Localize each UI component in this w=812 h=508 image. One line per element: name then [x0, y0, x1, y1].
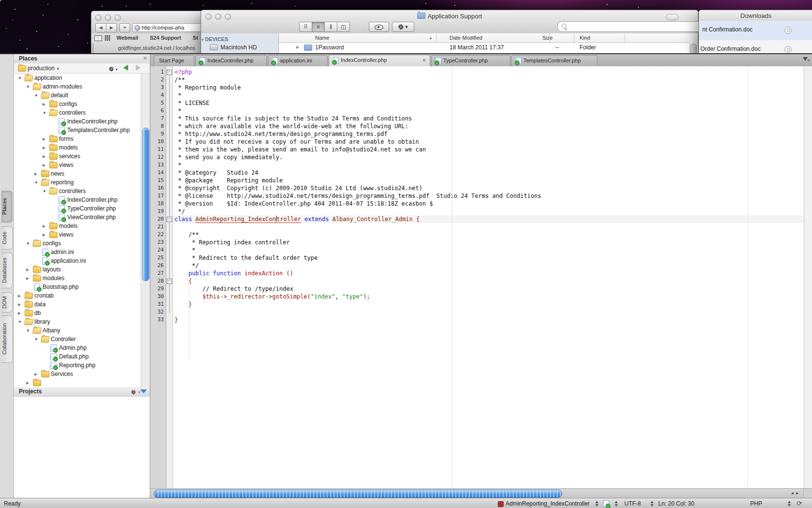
back-button[interactable]: ◀ — [95, 23, 106, 32]
toolbar-toggle-pill[interactable] — [666, 14, 679, 20]
stepper-icon[interactable] — [788, 501, 791, 507]
column-divider[interactable] — [550, 33, 550, 43]
code-line[interactable]: $this->_redirector->gotoSimple("index", … — [173, 293, 804, 300]
filter-funnel-icon[interactable] — [140, 389, 147, 393]
tree-item-default-php[interactable]: Default.php — [14, 352, 141, 361]
column-header-size[interactable]: Size — [542, 35, 552, 41]
disclosure-triangle[interactable]: ▶ — [26, 276, 29, 281]
editor-tab-indexcontroller-php[interactable]: IndexController.php✕ — [329, 55, 430, 66]
tree-item-admin-modules[interactable]: ▼admin-modules — [14, 82, 141, 91]
tree-item-controller[interactable]: ▼Controller — [14, 335, 141, 344]
column-divider[interactable] — [624, 33, 625, 43]
forward-arrow-icon[interactable] — [136, 65, 141, 71]
tree-item-application-ini[interactable]: application.ini — [14, 256, 141, 265]
tree-item-services[interactable]: ▶Services — [14, 370, 141, 378]
projects-gear-menu[interactable] — [131, 388, 136, 395]
projects-panel-body[interactable] — [14, 396, 150, 498]
fold-toggle[interactable]: − — [167, 217, 172, 222]
sync-icon[interactable]: ⟳ — [797, 499, 802, 507]
disclosure-triangle[interactable]: ▶ — [296, 45, 299, 49]
scrollbar-thumb[interactable] — [142, 128, 149, 281]
tree-item-views[interactable]: ▶views — [14, 230, 141, 239]
code-line[interactable]: { — [173, 277, 804, 285]
disclosure-triangle[interactable]: ▶ — [43, 137, 45, 141]
disclosure-triangle[interactable]: ▶ — [26, 268, 29, 272]
list-view-button[interactable]: ≡ — [312, 22, 325, 32]
download-item[interactable]: nt Confirmation.doc — [699, 21, 812, 40]
disclosure-triangle[interactable]: ▼ — [43, 111, 46, 115]
downloads-titlebar[interactable]: Downloads — [699, 10, 812, 21]
code-line[interactable]: */ — [173, 262, 804, 269]
disclosure-triangle[interactable]: ▶ — [18, 302, 21, 307]
column-divider[interactable] — [574, 33, 574, 43]
tree-item-configs[interactable]: ▼configs — [14, 239, 141, 248]
disclosure-triangle[interactable]: ▼ — [18, 320, 22, 324]
code-line[interactable]: class AdminReporting_IndexController ext… — [173, 215, 804, 223]
current-symbol[interactable]: AdminReporting_IndexController — [506, 500, 590, 507]
stepper-icon[interactable] — [615, 501, 618, 507]
code-line[interactable]: /** — [173, 76, 804, 84]
code-line[interactable]: } — [173, 316, 804, 324]
code-line[interactable] — [173, 223, 804, 231]
code-line[interactable]: * @license http://www.studio24.net/terms… — [173, 192, 804, 200]
tree-item-news[interactable]: ▶news — [14, 169, 141, 178]
code-line[interactable]: * @package Reporting module — [173, 177, 804, 184]
tree-item-templatescontroller-php[interactable]: TemplatesController.php — [14, 126, 141, 134]
code-line[interactable]: * http://www.studio24.net/terms/design_p… — [173, 130, 804, 138]
tree-item-models[interactable]: ▶models — [14, 143, 141, 152]
tree-item-bootstrap-php[interactable]: Bootstrap.php — [14, 283, 141, 291]
file-row[interactable]: ▶ 1Password 18 March 2011 17:37 -- Folde… — [279, 43, 698, 52]
code-line[interactable]: * — [173, 107, 804, 115]
disclosure-triangle[interactable]: ▼ — [43, 189, 46, 194]
code-line[interactable]: /** — [173, 231, 804, 239]
code-line[interactable]: * — [173, 91, 804, 99]
code-line[interactable]: */ — [173, 208, 804, 215]
action-menu-button[interactable]: ▾ — [392, 22, 414, 32]
column-header-kind[interactable]: Kind — [580, 35, 590, 41]
tree-item[interactable]: ▶ — [14, 378, 141, 387]
new-tab-button[interactable]: + — [119, 23, 130, 32]
tree-item-indexcontroller-php[interactable]: IndexController.php — [14, 117, 141, 126]
bookmarks-book-icon[interactable] — [94, 35, 102, 41]
minimize-button[interactable] — [105, 15, 111, 21]
editor-tab-start-page[interactable]: Start Page — [154, 55, 194, 66]
tree-item-modules[interactable]: ▶modules — [14, 274, 141, 283]
disclosure-triangle[interactable]: ▶ — [43, 233, 45, 237]
sidebar-item-macintosh-hd[interactable]: Macintosh HD — [210, 44, 257, 51]
disclosure-triangle[interactable]: ▼ — [26, 329, 30, 333]
places-gear-menu[interactable]: ▾ — [109, 65, 117, 72]
finder-titlebar[interactable]: Application Support ⠿ ≡ ⫼ ◫ ▾ — [201, 10, 698, 34]
tree-item-application[interactable]: ▼application — [14, 74, 141, 82]
search-field[interactable] — [557, 21, 703, 32]
disclosure-triangle[interactable]: ▶ — [43, 102, 45, 106]
quick-look-button[interactable] — [369, 22, 389, 32]
bookmark-item[interactable]: St — [193, 35, 198, 41]
editor-tab-templatescontroller-php[interactable]: TemplatesController.php — [511, 55, 597, 66]
column-divider[interactable] — [436, 33, 436, 43]
bookmark-item[interactable]: Webmail — [116, 35, 138, 41]
language-indicator[interactable]: PHP — [750, 500, 762, 507]
disclosure-triangle[interactable]: ▶ — [18, 311, 21, 315]
column-view-button[interactable]: ⫼ — [325, 22, 337, 32]
tree-item-crontab[interactable]: ▶crontab — [14, 291, 141, 300]
side-tab-databases[interactable]: Databases — [1, 253, 13, 288]
disclosure-triangle[interactable]: ▶ — [26, 381, 29, 385]
top-sites-grid-icon[interactable] — [105, 35, 106, 37]
bookmark-item[interactable]: S24 Support — [150, 35, 181, 41]
tree-item-views[interactable]: ▶views — [14, 161, 141, 169]
side-tab-collaboration[interactable]: Collaboration — [1, 315, 13, 363]
tree-item-default[interactable]: ▼default — [14, 91, 141, 100]
column-header-name[interactable]: Name — [315, 35, 329, 41]
tree-item-data[interactable]: ▶data — [14, 300, 141, 309]
code-editor[interactable]: <?php/** * Reporting module * * LICENSE … — [173, 66, 804, 489]
tree-item-layouts[interactable]: ▶layouts — [14, 265, 141, 274]
back-arrow-icon[interactable] — [123, 65, 128, 71]
code-line[interactable]: * If you did not receive a copy of our T… — [173, 138, 804, 146]
tree-item-models[interactable]: ▶models — [14, 222, 141, 230]
disclosure-triangle[interactable]: ▶ — [43, 224, 45, 228]
forward-button[interactable]: ▶ — [106, 23, 117, 32]
code-line[interactable]: public function indexAction () — [173, 269, 804, 277]
editor-tab-indexcontroller-php[interactable]: IndexController.php — [195, 55, 267, 66]
code-line[interactable]: * @category Studio 24 — [173, 169, 804, 177]
code-line[interactable]: <?php — [173, 68, 804, 76]
